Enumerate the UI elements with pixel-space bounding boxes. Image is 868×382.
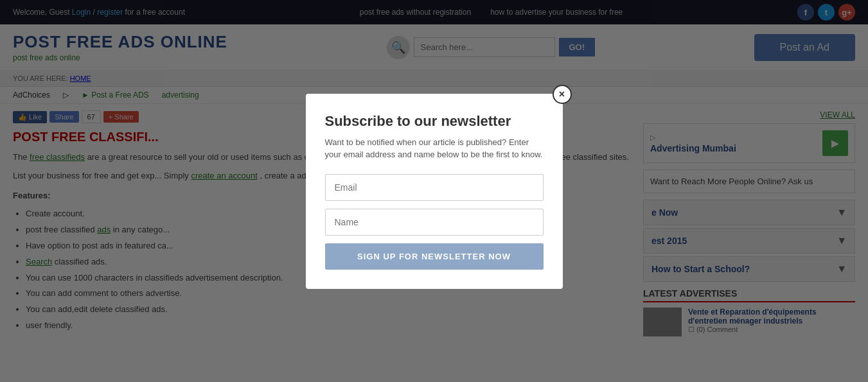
newsletter-submit-button[interactable]: SIGN UP FOR NEWSLETTER NOW — [325, 243, 544, 270]
name-input[interactable] — [325, 209, 544, 236]
modal-description: Want to be notified when our article is … — [325, 136, 544, 161]
modal-title: Subscribe to our newsletter — [325, 113, 544, 130]
email-input[interactable] — [325, 174, 544, 201]
modal-overlay[interactable]: × Subscribe to our newsletter Want to be… — [0, 0, 868, 347]
newsletter-modal: × Subscribe to our newsletter Want to be… — [306, 94, 563, 289]
modal-close-button[interactable]: × — [553, 85, 572, 104]
